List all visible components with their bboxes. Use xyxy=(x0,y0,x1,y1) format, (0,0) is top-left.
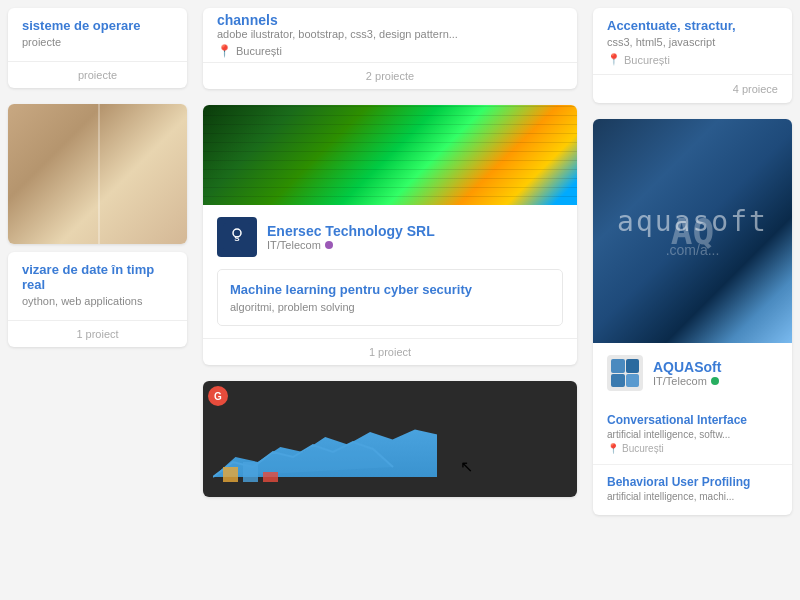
left-card2-title: vizare de date în timp real xyxy=(22,262,173,292)
left-card1-company: sisteme de operare xyxy=(22,18,173,33)
right-column: Accentuate, stractur, css3, html5, javas… xyxy=(585,0,800,600)
enersec-logo-icon: S xyxy=(223,223,251,251)
logo-cell-4 xyxy=(626,374,640,388)
aquasoft-status-dot xyxy=(711,377,719,385)
aquasoft-category: IT/Telecom xyxy=(653,375,721,387)
enersec-category: IT/Telecom xyxy=(267,239,435,251)
logo-cell-1 xyxy=(611,359,625,373)
left-card1-count: proiecte xyxy=(8,61,187,88)
svg-rect-5 xyxy=(263,472,278,482)
aquasoft-name: AQUASoft xyxy=(653,359,721,375)
left-card2-skills: oython, web applications xyxy=(22,295,173,307)
aquasoft-bg-text: aquasoft xyxy=(617,205,768,238)
left-card-hallway[interactable] xyxy=(8,104,187,244)
channels-name: channels xyxy=(217,12,563,28)
chart-area xyxy=(213,437,567,487)
enersec-logo: S xyxy=(217,217,257,257)
right-card1-skills: css3, html5, javascript xyxy=(607,36,778,48)
aquasoft-image: aquasoft .com/a... xyxy=(593,119,792,343)
chart-svg xyxy=(213,437,567,487)
right-card1-company: Accentuate, stractur, xyxy=(607,18,778,33)
aquasoft-project1-skills: artificial intelligence, softw... xyxy=(607,429,778,440)
mid-card-enersec[interactable]: S Enersec Technology SRL IT/Telecom Mach… xyxy=(203,105,577,365)
middle-column: channels adobe ilustrator, bootstrap, cs… xyxy=(195,0,585,600)
left-card2-count: 1 proiect xyxy=(8,320,187,347)
left-card-sisteme[interactable]: sisteme de operare proiecte proiecte xyxy=(8,8,187,88)
location-pin-icon-p1: 📍 xyxy=(607,443,619,454)
mid-card-dashboard[interactable]: G xyxy=(203,381,577,497)
channels-count: 2 proiecte xyxy=(203,62,577,89)
location-pin-icon: 📍 xyxy=(217,44,232,58)
channels-skills: adobe ilustrator, bootstrap, css3, desig… xyxy=(217,28,563,40)
aquasoft-project2-skills: artificial intelligence, machi... xyxy=(607,491,778,502)
right-card1-count: 4 proiece xyxy=(593,74,792,103)
enersec-header: S Enersec Technology SRL IT/Telecom xyxy=(203,205,577,269)
dashboard-logo: G xyxy=(208,386,228,406)
left-card1-skills: proiecte xyxy=(22,36,173,48)
right-card1-location: 📍 București xyxy=(607,53,778,66)
left-column: sisteme de operare proiecte proiecte viz… xyxy=(0,0,195,600)
logo-cell-2 xyxy=(626,359,640,373)
aquasoft-project2-title: Behavioral User Profiling xyxy=(607,475,778,489)
enersec-info: Enersec Technology SRL IT/Telecom xyxy=(267,223,435,251)
main-grid: sisteme de operare proiecte proiecte viz… xyxy=(0,0,800,600)
hallway-image xyxy=(8,104,187,244)
right-card-aquasoft[interactable]: aquasoft .com/a... AQUASoft xyxy=(593,119,792,515)
dashboard-image: G xyxy=(203,381,577,497)
enersec-project[interactable]: Machine learning pentru cyber security a… xyxy=(217,269,563,326)
aquasoft-project1[interactable]: Conversational Interface artificial inte… xyxy=(593,403,792,465)
enersec-project-skills: algoritmi, problem solving xyxy=(230,301,550,313)
aquasoft-logo xyxy=(607,355,643,391)
enersec-project-title: Machine learning pentru cyber security xyxy=(230,282,550,297)
aquasoft-project1-title: Conversational Interface xyxy=(607,413,778,427)
aquasoft-url-hint: .com/a... xyxy=(666,242,720,258)
aquasoft-project1-location: 📍 București xyxy=(607,443,778,454)
svg-rect-4 xyxy=(243,462,258,482)
aquasoft-header: AQUASoft IT/Telecom xyxy=(593,343,792,403)
channels-location: București xyxy=(236,45,282,57)
right-card-top[interactable]: Accentuate, stractur, css3, html5, javas… xyxy=(593,8,792,103)
aquasoft-info: AQUASoft IT/Telecom xyxy=(653,359,721,387)
aquasoft-project2[interactable]: Behavioral User Profiling artificial int… xyxy=(593,465,792,515)
server-image xyxy=(203,105,577,205)
mid-card-channels[interactable]: channels adobe ilustrator, bootstrap, cs… xyxy=(203,8,577,89)
location-pin-icon-right: 📍 xyxy=(607,53,621,66)
svg-rect-3 xyxy=(223,467,238,482)
enersec-count: 1 proiect xyxy=(203,338,577,365)
left-card-data[interactable]: vizare de date în timp real oython, web … xyxy=(8,252,187,347)
enersec-name: Enersec Technology SRL xyxy=(267,223,435,239)
enersec-status-dot xyxy=(325,241,333,249)
logo-cell-3 xyxy=(611,374,625,388)
